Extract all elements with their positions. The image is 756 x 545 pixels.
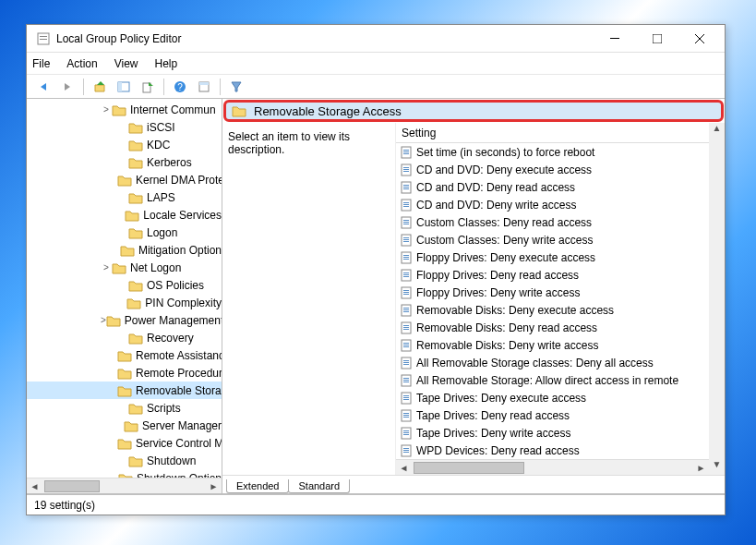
maximize-button[interactable]	[636, 25, 678, 53]
svg-rect-16	[403, 151, 409, 152]
svg-rect-83	[403, 448, 409, 449]
tree-item-label: Mitigation Option	[138, 244, 222, 257]
tree-item[interactable]: >Net Logon	[27, 259, 222, 276]
titlebar[interactable]: Local Group Policy Editor	[27, 25, 725, 53]
expander-icon[interactable]: >	[101, 262, 112, 272]
menu-action[interactable]: Action	[66, 57, 97, 70]
tree-item-label: Shutdown Option	[137, 472, 222, 478]
minimize-button[interactable]	[594, 25, 636, 53]
setting-icon	[400, 216, 413, 229]
export-button[interactable]	[137, 77, 159, 97]
tree-item[interactable]: OS Policies	[27, 276, 222, 294]
tree-item-label: Removable Storag	[136, 384, 222, 397]
setting-item[interactable]: CD and DVD: Deny write access	[396, 196, 709, 213]
setting-label: Custom Classes: Deny read access	[416, 216, 592, 229]
svg-rect-51	[403, 308, 409, 309]
help-button[interactable]: ?	[169, 77, 191, 97]
tree-item[interactable]: Recovery	[27, 329, 222, 346]
setting-label: All Removable Storage classes: Deny all …	[416, 357, 654, 369]
folder-icon	[128, 279, 143, 292]
tree-item[interactable]: Kerberos	[27, 153, 222, 171]
folder-icon	[128, 226, 143, 239]
tree-item[interactable]: >Internet Commun	[27, 101, 222, 118]
tree-item[interactable]: Mitigation Option	[27, 241, 222, 259]
svg-rect-69	[403, 382, 409, 382]
setting-item[interactable]: All Removable Storage: Allow direct acce…	[396, 371, 709, 389]
menu-help[interactable]: Help	[155, 57, 178, 70]
up-button[interactable]	[89, 77, 111, 97]
svg-rect-60	[403, 345, 409, 345]
close-button[interactable]	[678, 25, 721, 53]
tree-item[interactable]: Locale Services	[27, 206, 222, 224]
tree-item[interactable]: Logon	[27, 224, 222, 241]
setting-item[interactable]: Removable Disks: Deny read access	[396, 319, 709, 336]
tree-item[interactable]: PIN Complexity	[27, 294, 222, 311]
scroll-up-arrow[interactable]: ▲	[709, 123, 725, 139]
tree-item[interactable]: Removable Storag	[27, 382, 222, 399]
svg-rect-48	[403, 292, 409, 293]
setting-item[interactable]: WPD Devices: Deny read access	[396, 442, 709, 459]
menu-view[interactable]: View	[114, 57, 138, 70]
setting-item[interactable]: Custom Classes: Deny read access	[396, 213, 709, 231]
column-header-setting[interactable]: Setting	[396, 123, 709, 143]
setting-icon	[400, 304, 413, 317]
settings-list-column: Setting Set time (in seconds) to force r…	[396, 123, 709, 475]
expander-icon[interactable]: >	[101, 104, 112, 115]
scrollbar-track[interactable]	[709, 139, 725, 459]
folder-icon	[128, 191, 143, 204]
tree-item[interactable]: Shutdown Option	[27, 469, 222, 478]
setting-item[interactable]: All Removable Storage classes: Deny all …	[396, 354, 709, 371]
description-text: Select an item to view its description.	[228, 130, 350, 156]
menu-file[interactable]: File	[32, 57, 50, 70]
tree-item[interactable]: Service Control M	[27, 434, 222, 452]
tree-item[interactable]: KDC	[27, 136, 222, 153]
detail-title: Removable Storage Access	[254, 104, 402, 118]
setting-item[interactable]: Tape Drives: Deny write access	[396, 424, 709, 442]
tree-item[interactable]: Remote Assistance	[27, 346, 222, 364]
setting-item[interactable]: Removable Disks: Deny execute access	[396, 301, 709, 319]
list-vertical-scrollbar[interactable]: ▲ ▼	[709, 123, 725, 475]
tab-standard[interactable]: Standard	[288, 479, 350, 493]
scrollbar-thumb[interactable]	[414, 462, 524, 474]
svg-rect-39	[403, 255, 409, 256]
tree-item[interactable]: >Power Management	[27, 311, 222, 329]
tree-item[interactable]: iSCSI	[27, 118, 222, 136]
tree-item[interactable]: Kernel DMA Prote	[27, 171, 222, 188]
list-horizontal-scrollbar[interactable]: ◄ ►	[396, 459, 709, 475]
tree-item[interactable]: Shutdown	[27, 452, 222, 469]
show-hide-tree-button[interactable]	[113, 77, 135, 97]
scrollbar-thumb[interactable]	[44, 480, 100, 492]
setting-item[interactable]: Floppy Drives: Deny execute access	[396, 248, 709, 266]
tree-item[interactable]: Remote Procedure	[27, 364, 222, 382]
setting-item[interactable]: Tape Drives: Deny execute access	[396, 389, 709, 406]
setting-item[interactable]: CD and DVD: Deny read access	[396, 178, 709, 196]
settings-list[interactable]: Set time (in seconds) to force rebootCD …	[396, 143, 709, 459]
folder-icon	[128, 332, 143, 345]
folder-icon	[126, 297, 141, 309]
back-button[interactable]	[32, 77, 54, 97]
svg-rect-67	[403, 378, 409, 379]
setting-item[interactable]: Custom Classes: Deny write access	[396, 231, 709, 248]
scroll-down-arrow[interactable]: ▼	[709, 459, 725, 475]
tree-item[interactable]: Server Manager	[27, 417, 222, 434]
tab-extended[interactable]: Extended	[226, 479, 289, 493]
forward-button[interactable]	[56, 77, 78, 97]
folder-icon	[112, 103, 126, 116]
setting-item[interactable]: Removable Disks: Deny write access	[396, 336, 709, 354]
setting-item[interactable]: Set time (in seconds) to force reboot	[396, 143, 709, 161]
svg-rect-84	[403, 450, 409, 451]
properties-button[interactable]	[193, 77, 215, 97]
filter-button[interactable]	[225, 77, 247, 97]
tree-horizontal-scrollbar[interactable]: ◄ ►	[27, 478, 222, 493]
setting-item[interactable]: Floppy Drives: Deny read access	[396, 266, 709, 284]
tree-item-label: Service Control M	[136, 437, 222, 450]
svg-rect-49	[403, 294, 409, 295]
svg-rect-80	[403, 432, 409, 433]
svg-rect-19	[403, 167, 409, 168]
tree-body[interactable]: >Internet CommuniSCSIKDCKerberosKernel D…	[27, 99, 222, 478]
setting-item[interactable]: Floppy Drives: Deny write access	[396, 284, 709, 301]
tree-item[interactable]: LAPS	[27, 188, 222, 206]
setting-item[interactable]: Tape Drives: Deny read access	[396, 406, 709, 424]
setting-item[interactable]: CD and DVD: Deny execute access	[396, 161, 709, 178]
tree-item[interactable]: Scripts	[27, 399, 222, 417]
